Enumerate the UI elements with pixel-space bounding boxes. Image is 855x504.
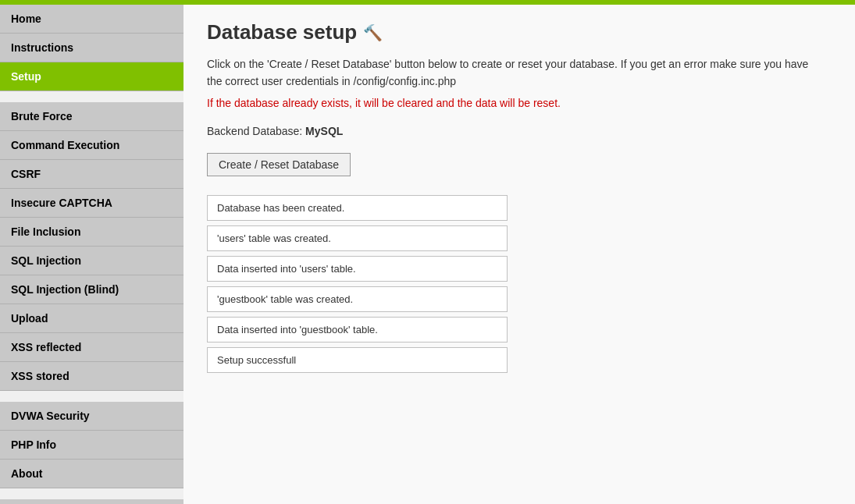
wrench-icon: 🔨 xyxy=(363,23,383,42)
create-reset-button[interactable]: Create / Reset Database xyxy=(207,153,351,176)
results-container: Database has been created.'users' table … xyxy=(207,195,832,373)
warning-dynamic: it will be cleared and the data will be … xyxy=(355,97,561,109)
result-box-4: Data inserted into 'guestbook' table. xyxy=(207,317,508,343)
sidebar-item-php-info[interactable]: PHP Info xyxy=(0,431,183,460)
sidebar-item-command-execution[interactable]: Command Execution xyxy=(0,131,183,160)
sidebar-item-setup[interactable]: Setup xyxy=(0,62,183,91)
description-text: Click on the 'Create / Reset Database' b… xyxy=(207,55,824,91)
sidebar-gap-2 xyxy=(0,391,183,402)
result-box-1: 'users' table was created. xyxy=(207,225,508,251)
sidebar-item-upload[interactable]: Upload xyxy=(0,304,183,333)
sidebar-item-logout[interactable]: Logout xyxy=(0,499,183,504)
sidebar-item-xss-reflected[interactable]: XSS reflected xyxy=(0,333,183,362)
result-box-3: 'guestbook' table was created. xyxy=(207,286,508,312)
backend-value: MySQL xyxy=(305,125,343,137)
result-box-5: Setup successfull xyxy=(207,347,508,373)
warning-static: If the database already exists, xyxy=(207,97,352,109)
sidebar-gap-3 xyxy=(0,488,183,499)
sidebar-item-brute-force[interactable]: Brute Force xyxy=(0,102,183,131)
sidebar-bot-nav: DVWA SecurityPHP InfoAbout xyxy=(0,402,183,488)
sidebar: HomeInstructionsSetup Brute ForceCommand… xyxy=(0,5,183,504)
page-title-text: Database setup xyxy=(207,20,357,44)
sidebar-item-home[interactable]: Home xyxy=(0,5,183,34)
sidebar-item-instructions[interactable]: Instructions xyxy=(0,34,183,62)
sidebar-item-about[interactable]: About xyxy=(0,460,183,488)
page-title: Database setup 🔨 xyxy=(207,20,832,44)
sidebar-item-csrf[interactable]: CSRF xyxy=(0,160,183,189)
sidebar-item-file-inclusion[interactable]: File Inclusion xyxy=(0,218,183,247)
sidebar-top-nav: HomeInstructionsSetup xyxy=(0,5,183,91)
sidebar-item-sql-injection-blind[interactable]: SQL Injection (Blind) xyxy=(0,275,183,304)
sidebar-item-insecure-captcha[interactable]: Insecure CAPTCHA xyxy=(0,189,183,218)
warning-text: If the database already exists, it will … xyxy=(207,97,832,109)
sidebar-item-dvwa-security[interactable]: DVWA Security xyxy=(0,402,183,431)
main-content: Database setup 🔨 Click on the 'Create / … xyxy=(183,5,855,504)
sidebar-gap-1 xyxy=(0,91,183,102)
sidebar-item-xss-stored[interactable]: XSS stored xyxy=(0,362,183,391)
backend-label: Backend Database: xyxy=(207,125,302,137)
description-content: Click on the 'Create / Reset Database' b… xyxy=(207,58,808,87)
sidebar-mid-nav: Brute ForceCommand ExecutionCSRFInsecure… xyxy=(0,102,183,391)
result-box-2: Data inserted into 'users' table. xyxy=(207,256,508,282)
backend-info: Backend Database: MySQL xyxy=(207,125,832,137)
sidebar-item-sql-injection[interactable]: SQL Injection xyxy=(0,247,183,275)
result-box-0: Database has been created. xyxy=(207,195,508,221)
sidebar-logout-nav: Logout xyxy=(0,499,183,504)
